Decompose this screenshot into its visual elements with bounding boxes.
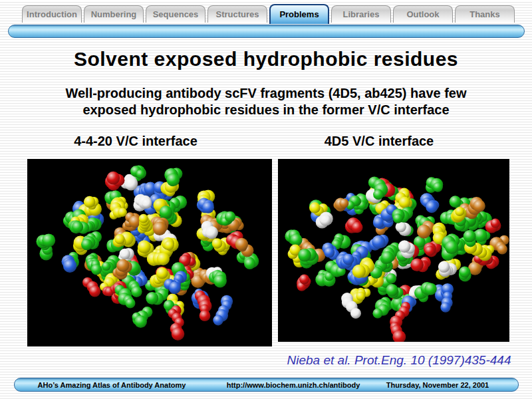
caption-4-4-20-interface: 4-4-20 V/C interface	[13, 134, 258, 149]
tab-structures[interactable]: Structures	[207, 5, 267, 23]
footer-bar: AHo’s Amazing Atlas of Antibody Anatomy …	[14, 378, 519, 392]
tab-libraries[interactable]: Libraries	[331, 5, 391, 23]
slide-subtitle: Well-producing antibody scFV fragments (…	[0, 85, 532, 118]
citation-text: Nieba et al. Prot.Eng. 10 (1997)435-444	[271, 353, 527, 368]
slide-title: Solvent exposed hydrophobic residues	[0, 48, 532, 70]
header-accent-bar	[8, 25, 525, 38]
footer-site-name: AHo’s Amazing Atlas of Antibody Anatomy	[38, 381, 186, 389]
tab-problems[interactable]: Problems	[269, 4, 329, 24]
tab-numbering[interactable]: Numbering	[84, 5, 144, 23]
subtitle-line-2: exposed hydrophobic residues in the form…	[0, 102, 532, 118]
tab-thanks[interactable]: Thanks	[455, 5, 515, 23]
tab-bar: IntroductionNumberingSequencesStructures…	[22, 5, 517, 23]
tab-introduction[interactable]: Introduction	[22, 5, 82, 23]
footer-date: Thursday, November 22, 2001	[386, 381, 489, 389]
footer-url: http://www.biochem.unizh.ch/antibody	[227, 381, 360, 389]
caption-4d5-interface: 4D5 V/C interface	[266, 134, 492, 149]
slide-page: IntroductionNumberingSequencesStructures…	[0, 0, 532, 399]
tab-outlook[interactable]: Outlook	[393, 5, 453, 23]
molecule-image-4-4-20	[27, 159, 272, 346]
tab-sequences[interactable]: Sequences	[146, 5, 205, 23]
subtitle-line-1: Well-producing antibody scFV fragments (…	[0, 85, 532, 102]
molecule-image-4d5	[278, 159, 509, 342]
